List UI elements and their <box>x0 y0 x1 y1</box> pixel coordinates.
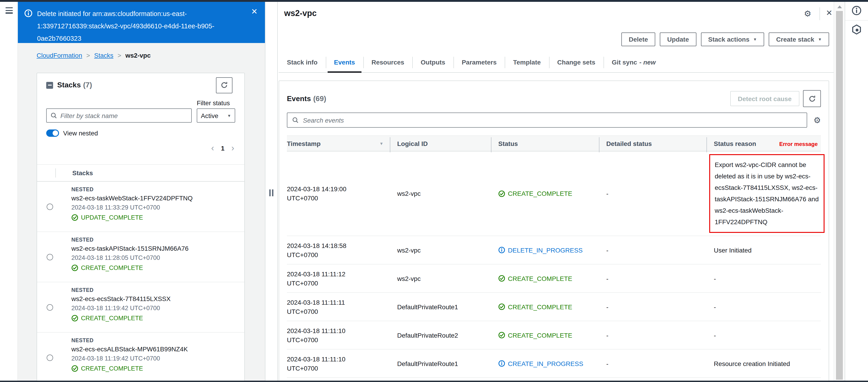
page-number[interactable]: 1 <box>221 144 225 152</box>
tab[interactable]: Stack info <box>279 52 326 72</box>
stack-status-text: UPDATE_COMPLETE <box>81 214 143 221</box>
event-row: 2024-03-18 11:11:12 UTC+0700 ws2-vpc CRE <box>287 264 821 293</box>
stack-list-item[interactable]: NESTED ws2-ecs-taskAPIStack-151SRNJM66A7… <box>37 232 244 282</box>
detect-root-cause-button[interactable]: Detect root cause <box>730 91 799 106</box>
event-status-reason: Export ws2-vpc-CIDR cannot be deleted as… <box>707 152 821 235</box>
next-page-icon[interactable]: › <box>231 144 234 152</box>
stack-status-text: CREATE_COMPLETE <box>81 315 143 322</box>
events-search-input[interactable] <box>287 113 807 128</box>
scroll-up-icon[interactable] <box>837 5 842 8</box>
action-button-label: Create stack <box>776 36 814 43</box>
tab[interactable]: Parameters <box>454 52 505 72</box>
event-logical-id: DefaultPrivateRoute2 <box>390 330 491 340</box>
success-icon <box>71 264 78 271</box>
event-status-text: CREATE_COMPLETE <box>508 302 572 311</box>
info-icon[interactable] <box>851 5 862 18</box>
info-icon <box>24 9 32 18</box>
event-status-text: CREATE_COMPLETE <box>508 189 572 198</box>
status-filter-select[interactable]: Active ▼ <box>197 108 235 123</box>
event-status-text: CREATE_IN_PROGRESS <box>508 359 583 368</box>
amazon-q-icon[interactable] <box>851 24 862 37</box>
stacks-count: (7) <box>83 81 92 89</box>
pagination: ‹ 1 › <box>46 144 234 152</box>
tab[interactable]: Resources <box>363 52 412 72</box>
scrollbar-thumb[interactable] <box>836 11 843 380</box>
event-timestamp: 2024-03-18 14:19:00 UTC+0700 <box>287 184 390 203</box>
breadcrumb-stacks[interactable]: Stacks <box>94 52 114 59</box>
stack-created-date: 2024-03-18 11:33:29 UTC+0700 <box>71 204 244 211</box>
splitter-drag-handle[interactable] <box>269 189 273 196</box>
view-nested-toggle[interactable] <box>46 129 59 137</box>
action-button-label: Delete <box>629 36 648 43</box>
event-timestamp: 2024-03-18 11:11:12 UTC+0700 <box>287 269 390 288</box>
event-status: CREATE_COMPLETE <box>491 274 599 283</box>
action-button[interactable]: Stack actions ▼ <box>701 32 764 46</box>
event-status-reason: - <box>707 301 821 312</box>
success-icon <box>71 365 78 372</box>
refresh-button[interactable] <box>216 77 232 93</box>
stack-status: CREATE_COMPLETE <box>71 315 244 322</box>
hamburger-menu-icon[interactable] <box>5 7 13 15</box>
radio-button[interactable] <box>47 254 53 260</box>
tab-label: Git sync <box>612 59 637 66</box>
action-button[interactable]: Create stack ▼ <box>769 32 829 46</box>
radio-button[interactable] <box>47 304 53 310</box>
event-status: DELETE_IN_PROGRESS <box>491 246 599 255</box>
events-table-header: Timestamp ▼ Logical ID Status Detailed s… <box>287 135 821 152</box>
status-reason-text: User Initiated <box>714 245 821 255</box>
stack-name: ws2-ecs-taskAPIStack-151SRNJM66A76 <box>71 245 244 252</box>
event-row: 2024-03-18 11:11:10 UTC+0700 DefaultPriv… <box>287 321 821 350</box>
stack-filter-input[interactable] <box>46 108 192 123</box>
stack-name: ws2-ecs-ecsALBStack-MPW61B99NZ4K <box>71 345 244 353</box>
event-logical-id: DefaultPrivateRoute1 <box>390 359 491 368</box>
event-status-reason: User Initiated <box>707 245 821 255</box>
event-status-reason: - <box>707 329 821 341</box>
stack-status: CREATE_COMPLETE <box>71 365 244 372</box>
success-icon <box>498 275 505 282</box>
gear-icon[interactable]: ⚙ <box>804 10 811 18</box>
stack-status-text: CREATE_COMPLETE <box>81 264 143 271</box>
tab[interactable]: Template <box>505 52 549 72</box>
view-nested-label: View nested <box>63 129 98 137</box>
sort-descending-icon[interactable]: ▼ <box>379 141 383 146</box>
close-icon[interactable]: ✕ <box>826 9 833 17</box>
event-detailed-status: - <box>599 189 707 198</box>
cloudformation-console: Delete initiated for arn:aws:cloudformat… <box>0 0 868 382</box>
action-button[interactable]: Delete <box>621 32 655 46</box>
close-icon[interactable]: ✕ <box>251 8 258 15</box>
previous-page-icon[interactable]: ‹ <box>211 144 214 152</box>
stacks-panel-title: Stacks <box>57 81 81 89</box>
tab-label: Events <box>334 59 355 66</box>
caret-down-icon: ▼ <box>753 37 757 42</box>
stack-list-item[interactable]: NESTED ws2-ecs-ecsALBStack-MPW61B99NZ4K … <box>37 332 244 382</box>
tab[interactable]: Events <box>326 52 363 72</box>
page-title: ws2-vpc <box>284 9 317 18</box>
radio-button[interactable] <box>47 354 53 361</box>
action-button[interactable]: Update <box>660 32 696 46</box>
tab-label: Change sets <box>557 59 595 66</box>
event-status: CREATE_COMPLETE <box>491 330 599 340</box>
stack-actions-toolbar: Delete Update Stack actions ▼ Create sta… <box>621 32 829 46</box>
gear-icon[interactable]: ⚙ <box>813 116 821 124</box>
column-header-timestamp[interactable]: Timestamp ▼ <box>287 140 390 147</box>
stack-list-item[interactable]: NESTED ws2-ecs-taskWebStack-1FFV224DPFTN… <box>37 182 244 232</box>
event-status-text: DELETE_IN_PROGRESS <box>508 246 583 255</box>
tab[interactable]: Change sets <box>549 52 604 72</box>
tab[interactable]: Git sync - new <box>603 52 664 72</box>
event-status-reason: Resource creation Initiated <box>707 358 821 369</box>
event-row: 2024-03-18 14:19:00 UTC+0700 ws2-vpc CRE <box>287 152 821 236</box>
collapse-panel-icon[interactable] <box>46 82 53 89</box>
event-status-reason: - <box>707 273 821 284</box>
event-detailed-status: - <box>599 330 707 340</box>
refresh-button[interactable] <box>803 90 821 107</box>
radio-button[interactable] <box>47 203 53 210</box>
success-icon <box>498 332 505 339</box>
stack-status: UPDATE_COMPLETE <box>71 214 244 221</box>
breadcrumb-cloudformation[interactable]: CloudFormation <box>37 52 82 59</box>
left-panel: Delete initiated for arn:aws:cloudformat… <box>18 2 265 382</box>
stack-status-text: CREATE_COMPLETE <box>81 365 143 372</box>
tab[interactable]: Outputs <box>412 52 454 72</box>
chevron-right-icon: > <box>86 52 90 59</box>
banner-message: Delete initiated for arn:aws:cloudformat… <box>37 8 227 37</box>
stack-list-item[interactable]: NESTED ws2-ecs-ecsStack-7T84115LXSSX 202… <box>37 282 244 332</box>
